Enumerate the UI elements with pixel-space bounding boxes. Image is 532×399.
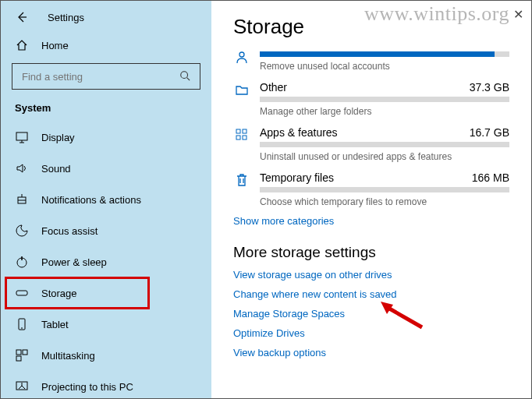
sidebar-item-icon xyxy=(15,130,29,144)
usage-bar xyxy=(260,97,509,102)
svg-rect-1 xyxy=(16,132,27,140)
user-icon xyxy=(233,48,250,64)
folder-icon xyxy=(233,81,250,97)
sidebar-item-label: Multitasking xyxy=(41,350,95,362)
more-settings-heading: More storage settings xyxy=(233,244,509,261)
search-icon xyxy=(179,70,192,83)
settings-link[interactable]: Optimize Drives xyxy=(233,327,509,339)
apps-icon xyxy=(233,126,250,142)
usage-bar xyxy=(260,142,509,147)
svg-rect-8 xyxy=(16,356,21,361)
sidebar-item-sound[interactable]: Sound xyxy=(1,153,211,184)
sidebar-item-notifications-actions[interactable]: Notifications & actions xyxy=(1,184,211,215)
sidebar-item-multitasking[interactable]: Multitasking xyxy=(1,340,211,371)
sidebar-item-label: Notifications & actions xyxy=(41,194,141,206)
settings-link[interactable]: View storage usage on other drives xyxy=(233,269,509,281)
sidebar-item-projecting-to-this-pc[interactable]: Projecting to this PC xyxy=(1,371,211,399)
sidebar-item-icon xyxy=(15,317,29,331)
back-icon[interactable] xyxy=(15,10,29,24)
category-size: 16.7 GB xyxy=(470,126,509,139)
category-sub: Manage other large folders xyxy=(260,106,509,117)
sidebar-item-label: Display xyxy=(41,132,75,143)
window-title: Settings xyxy=(48,12,84,23)
sidebar-item-icon xyxy=(15,161,29,175)
category-name: Apps & features xyxy=(260,126,338,139)
main-panel: Storage Remove unused local accountsOthe… xyxy=(211,1,531,398)
category-size: 37.3 GB xyxy=(470,81,509,94)
sidebar-item-tablet[interactable]: Tablet xyxy=(1,309,211,340)
category-sub: Remove unused local accounts xyxy=(260,61,509,72)
svg-point-10 xyxy=(239,52,244,57)
storage-category[interactable]: Temporary files166 MBChoose which tempor… xyxy=(233,171,509,207)
sidebar-home-label: Home xyxy=(41,40,69,51)
svg-rect-7 xyxy=(23,350,27,355)
sidebar-item-label: Power & sleep xyxy=(41,256,107,268)
sidebar-home[interactable]: Home xyxy=(1,32,211,58)
usage-bar xyxy=(260,51,509,57)
sidebar-item-label: Sound xyxy=(41,163,71,175)
category-name: Temporary files xyxy=(260,171,334,184)
sidebar-item-label: Focus assist xyxy=(41,225,98,237)
sidebar-item-icon xyxy=(15,348,29,362)
storage-category[interactable]: Remove unused local accounts xyxy=(233,48,509,72)
svg-rect-13 xyxy=(236,136,240,139)
trash-icon xyxy=(233,171,250,187)
sidebar-item-icon xyxy=(15,286,29,300)
settings-link[interactable]: View backup options xyxy=(233,347,509,358)
svg-point-0 xyxy=(181,72,188,79)
sidebar-item-label: Tablet xyxy=(41,319,69,330)
sidebar-item-label: Storage xyxy=(41,288,77,299)
category-sub: Choose which temporary files to remove xyxy=(260,196,509,207)
category-sub: Uninstall unused or undesired apps & fea… xyxy=(260,151,509,162)
svg-rect-14 xyxy=(243,136,246,139)
search-box[interactable] xyxy=(12,63,200,90)
svg-rect-11 xyxy=(236,129,240,133)
page-title: Storage xyxy=(233,15,509,39)
svg-rect-12 xyxy=(243,129,246,133)
close-icon[interactable]: ✕ xyxy=(513,7,523,22)
usage-bar xyxy=(260,187,509,192)
sidebar-item-power-sleep[interactable]: Power & sleep xyxy=(1,246,211,277)
category-size: 166 MB xyxy=(472,171,509,184)
sidebar-item-icon xyxy=(15,224,29,238)
sidebar-item-icon xyxy=(15,255,29,269)
home-icon xyxy=(15,38,29,52)
storage-category[interactable]: Other37.3 GBManage other large folders xyxy=(233,81,509,117)
settings-link[interactable]: Manage Storage Spaces xyxy=(233,308,509,320)
search-input[interactable] xyxy=(20,70,179,83)
category-name: Other xyxy=(260,81,287,94)
sidebar-item-icon xyxy=(15,192,29,207)
show-more-link[interactable]: Show more categories xyxy=(233,215,509,227)
sidebar-item-icon xyxy=(15,380,29,394)
sidebar-item-storage[interactable]: Storage xyxy=(5,277,149,309)
storage-category[interactable]: Apps & features16.7 GBUninstall unused o… xyxy=(233,126,509,162)
sidebar-item-focus-assist[interactable]: Focus assist xyxy=(1,215,211,246)
sidebar-item-label: Projecting to this PC xyxy=(41,381,133,393)
settings-link[interactable]: Change where new content is saved xyxy=(233,288,509,300)
sidebar: Settings Home System DisplaySoundNotific… xyxy=(1,1,211,398)
sidebar-section-label: System xyxy=(1,102,211,122)
svg-rect-4 xyxy=(16,291,27,295)
sidebar-item-display[interactable]: Display xyxy=(1,122,211,153)
svg-rect-6 xyxy=(16,350,21,355)
